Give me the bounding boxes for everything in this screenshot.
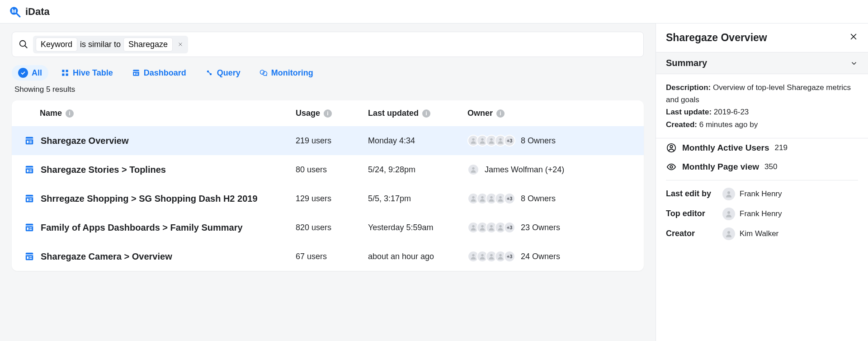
- avatar-more: +3: [504, 193, 515, 204]
- dashboard-icon: [24, 165, 34, 175]
- table-row[interactable]: Sharegaze Stories > Toplines80 users5/24…: [12, 155, 644, 184]
- row-usage: 80 users: [296, 165, 368, 175]
- monitor-icon: [259, 69, 268, 77]
- row-name: Sharegaze Stories > Toplines: [41, 165, 166, 175]
- filter-query[interactable]: Query: [199, 65, 247, 81]
- panel-title: Sharegaze Overview: [666, 32, 767, 44]
- grid-icon: [61, 69, 69, 77]
- results-table: Namei Usagei Last updatedi Owneri Shareg…: [12, 100, 644, 271]
- person-row: Top editorFrank Henry: [656, 204, 868, 224]
- avatar: [722, 227, 735, 240]
- chevron-down-icon: [850, 59, 858, 67]
- avatar: [722, 208, 735, 220]
- search-bar[interactable]: Keyword is similar to Sharegaze: [12, 32, 644, 57]
- row-usage: 129 users: [296, 194, 368, 204]
- result-count: Showing 5 results: [14, 85, 644, 94]
- filter-all[interactable]: All: [12, 65, 48, 81]
- person-row: Last edit byFrank Henry: [656, 184, 868, 204]
- avatar-more: +3: [504, 251, 515, 262]
- avatar-stack: +3: [467, 222, 515, 233]
- col-updated: Last updated: [368, 109, 419, 118]
- brand-text: iData: [25, 6, 50, 18]
- avatar-more: +3: [504, 135, 515, 147]
- table-header: Namei Usagei Last updatedi Owneri: [12, 100, 644, 126]
- row-owner: +38 Owners: [467, 135, 621, 147]
- row-owner: +324 Owners: [467, 251, 621, 262]
- avatar-more: +3: [504, 222, 515, 233]
- row-updated: 5/24, 9:28pm: [368, 165, 467, 175]
- row-usage: 67 users: [296, 252, 368, 261]
- user-icon: [666, 143, 677, 153]
- avatar: [467, 164, 479, 175]
- row-usage: 820 users: [296, 223, 368, 232]
- row-updated: Monday 4:34: [368, 136, 467, 146]
- row-name: Family of Apps Dashboards > Family Summa…: [41, 223, 243, 233]
- row-name: Shrregaze Shopping > SG Shopping Dash H2…: [41, 194, 258, 204]
- filter-dashboard[interactable]: Dashboard: [126, 65, 193, 81]
- check-icon: [18, 68, 28, 78]
- avatar-stack: +3: [467, 251, 515, 262]
- table-row[interactable]: Sharegaze Overview219 usersMonday 4:34+3…: [12, 126, 644, 155]
- row-name: Sharegaze Camera > Overview: [41, 251, 172, 262]
- col-owner: Owner: [467, 109, 493, 118]
- stat-row: Monthly Active Users219: [656, 138, 868, 157]
- token-value: Sharegaze: [123, 38, 173, 52]
- token-field: Keyword: [36, 38, 77, 52]
- col-usage: Usage: [296, 109, 320, 118]
- dashboard-icon: [132, 69, 140, 77]
- dashboard-icon: [24, 194, 34, 204]
- table-row[interactable]: Family of Apps Dashboards > Family Summa…: [12, 213, 644, 242]
- logo-icon: [9, 6, 21, 18]
- row-owner: James Wolfman (+24): [467, 164, 621, 175]
- avatar-stack: [467, 164, 479, 175]
- row-usage: 219 users: [296, 136, 368, 146]
- filter-hive-table[interactable]: Hive Table: [55, 65, 119, 81]
- search-token[interactable]: Keyword is similar to Sharegaze: [33, 36, 188, 53]
- dashboard-icon: [24, 223, 34, 232]
- person-row: CreatorKim Walker: [656, 224, 868, 244]
- info-icon[interactable]: i: [496, 109, 505, 118]
- avatar: [722, 188, 735, 200]
- detail-panel: Sharegaze Overview Summary Description: …: [656, 24, 868, 341]
- info-icon[interactable]: i: [324, 109, 332, 118]
- stat-row: Monthly Page view350: [656, 157, 868, 176]
- row-updated: Yesterday 5:59am: [368, 223, 467, 232]
- dashboard-icon: [24, 251, 34, 261]
- query-icon: [205, 69, 213, 77]
- filter-bar: AllHive TableDashboardQueryMonitoring: [12, 65, 644, 81]
- app-header: iData: [0, 0, 868, 24]
- table-row[interactable]: Shrregaze Shopping > SG Shopping Dash H2…: [12, 184, 644, 213]
- token-op: is similar to: [77, 38, 123, 51]
- section-title: Summary: [666, 58, 707, 68]
- info-icon[interactable]: i: [66, 109, 74, 118]
- row-updated: about an hour ago: [368, 252, 467, 261]
- logo[interactable]: iData: [9, 6, 50, 18]
- token-clear[interactable]: [175, 39, 185, 49]
- description-block: Description: Overview of top-level Share…: [656, 74, 868, 138]
- row-name: Sharegaze Overview: [41, 136, 129, 146]
- dashboard-icon: [24, 136, 34, 146]
- info-icon[interactable]: i: [422, 109, 430, 118]
- close-icon[interactable]: [849, 32, 858, 43]
- table-row[interactable]: Sharegaze Camera > Overview67 usersabout…: [12, 242, 644, 271]
- col-name: Name: [40, 109, 62, 118]
- row-owner: +323 Owners: [467, 222, 621, 233]
- summary-toggle[interactable]: Summary: [656, 52, 868, 74]
- filter-monitoring[interactable]: Monitoring: [253, 65, 320, 81]
- search-icon: [19, 39, 28, 49]
- row-owner: +38 Owners: [467, 193, 621, 204]
- avatar-stack: +3: [467, 135, 515, 147]
- eye-icon: [666, 162, 677, 172]
- row-updated: 5/5, 3:17pm: [368, 194, 467, 204]
- avatar-stack: +3: [467, 193, 515, 204]
